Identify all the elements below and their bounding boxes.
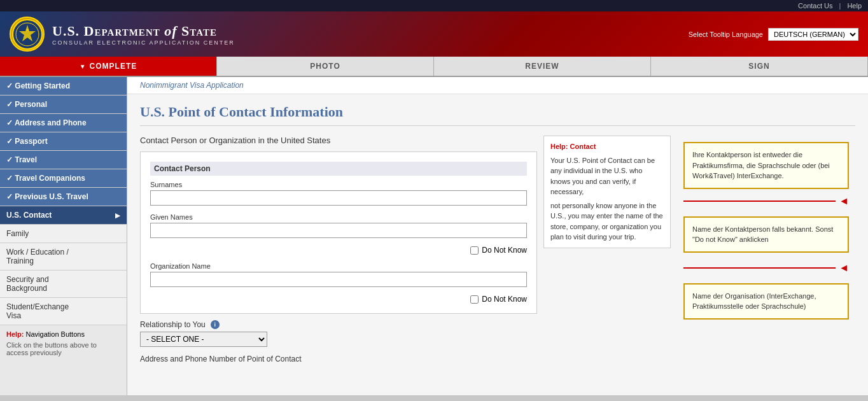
org-name-input[interactable] — [150, 272, 527, 287]
top-bar: Contact Us | Help — [0, 0, 868, 11]
content-row: Contact Person or Organization in the Un… — [140, 136, 855, 363]
do-not-know-1-row: Do Not Know — [150, 246, 527, 255]
do-not-know-2-row: Do Not Know — [150, 295, 527, 304]
form-area: Contact Person or Organization in the Un… — [140, 136, 537, 363]
form-section-title: Contact Person or Organization in the Un… — [140, 136, 537, 145]
sidebar-item-previous-travel[interactable]: ✓ Previous U.S. Travel — [0, 188, 127, 206]
nav-tabs: COMPLETE PHOTO REVIEW SIGN — [0, 57, 868, 77]
help-link[interactable]: Help — [847, 2, 862, 10]
tooltip-box-1: Ihre Kontaktperson ist entweder die Prak… — [683, 142, 849, 189]
arrow-row-2: ◄ — [683, 262, 849, 274]
contact-person-label: Contact Person — [150, 162, 527, 176]
dept-seal: ★ — [10, 17, 45, 52]
header: ★ U.S. Department of State CONSULAR ELEC… — [0, 11, 868, 57]
surnames-input[interactable] — [150, 190, 527, 206]
tab-photo[interactable]: PHOTO — [217, 57, 434, 76]
sidebar-item-us-contact[interactable]: U.S. Contact — [0, 206, 127, 225]
right-panel: Ihre Kontaktperson ist entweder die Prak… — [677, 136, 855, 363]
do-not-know-1-label: Do Not Know — [482, 246, 527, 255]
form-box: Contact Person Surnames Given Names Do N… — [140, 151, 537, 314]
header-left: ★ U.S. Department of State CONSULAR ELEC… — [10, 17, 235, 52]
header-right: Select Tooltip Language DEUTSCH (GERMAN)… — [689, 28, 858, 41]
sidebar-item-travel[interactable]: ✓ Travel — [0, 151, 127, 169]
sidebar-item-security[interactable]: Security andBackground — [0, 271, 127, 298]
sidebar-item-family[interactable]: Family — [0, 225, 127, 243]
sidebar-help-label: Help: — [6, 330, 24, 338]
contact-us-link[interactable]: Contact Us — [798, 2, 832, 10]
sidebar-item-getting-started[interactable]: ✓ Getting Started — [0, 77, 127, 95]
relationship-select[interactable]: - SELECT ONE - Relative Friend Business … — [140, 332, 267, 347]
help-box: Help: Contact Your U.S. Point of Contact… — [543, 136, 671, 248]
org-name-label: Organization Name — [150, 262, 527, 270]
org-name-group: Organization Name — [150, 262, 527, 287]
tooltip-lang-label: Select Tooltip Language — [689, 31, 763, 38]
do-not-know-2-label: Do Not Know — [482, 295, 527, 304]
dept-title: U.S. Department of State CONSULAR ELECTR… — [52, 23, 235, 46]
main-content: Nonimmigrant Visa Application U.S. Point… — [127, 77, 868, 395]
arrow-left-2: ◄ — [839, 262, 849, 274]
relationship-label: Relationship to You — [140, 320, 206, 329]
language-select[interactable]: DEUTSCH (GERMAN) ENGLISH FRANÇAIS (FRENC… — [768, 28, 858, 41]
tab-complete[interactable]: COMPLETE — [0, 57, 217, 76]
breadcrumb: Nonimmigrant Visa Application — [127, 77, 868, 94]
content-area: U.S. Point of Contact Information Contac… — [127, 94, 868, 373]
address-section-title: Address and Phone Number of Point of Con… — [140, 355, 537, 363]
help-text-1: Your U.S. Point of Contact can be any in… — [550, 155, 664, 197]
sidebar-item-work-education[interactable]: Work / Education /Training — [0, 243, 127, 271]
given-names-label: Given Names — [150, 213, 527, 221]
sidebar-help-text: Click on the buttons above to access pre… — [6, 341, 120, 356]
tooltip-box-2: Name der Kontaktperson falls bekannt. So… — [683, 216, 849, 253]
sidebar-item-passport[interactable]: ✓ Passport — [0, 132, 127, 151]
sidebar-help-section: Navigation Buttons — [26, 330, 85, 338]
page-title: U.S. Point of Contact Information — [140, 104, 855, 126]
sidebar-item-address-phone[interactable]: ✓ Address and Phone — [0, 114, 127, 132]
surnames-group: Surnames — [150, 181, 527, 206]
sidebar-item-personal[interactable]: ✓ Personal — [0, 95, 127, 114]
arrow-line-2 — [683, 267, 836, 269]
do-not-know-2-checkbox[interactable] — [470, 295, 479, 304]
dept-subtitle: CONSULAR ELECTRONIC APPLICATION CENTER — [52, 39, 235, 46]
help-panel: Help: Contact Your U.S. Point of Contact… — [543, 136, 671, 363]
arrow-line-1 — [683, 200, 836, 202]
relationship-info-icon[interactable]: i — [211, 320, 220, 329]
given-names-group: Given Names — [150, 213, 527, 238]
arrow-row-1: ◄ — [683, 195, 849, 207]
relationship-section: Relationship to You i - SELECT ONE - Rel… — [140, 320, 537, 347]
sidebar-help: Help: Navigation Buttons Click on the bu… — [0, 325, 127, 362]
help-title: Help: Contact — [550, 143, 596, 150]
sidebar-item-travel-companions[interactable]: ✓ Travel Companions — [0, 169, 127, 188]
main-layout: ✓ Getting Started ✓ Personal ✓ Address a… — [0, 77, 868, 395]
separator: | — [839, 2, 841, 10]
sidebar: ✓ Getting Started ✓ Personal ✓ Address a… — [0, 77, 127, 395]
tab-sign[interactable]: SIGN — [651, 57, 868, 76]
given-names-input[interactable] — [150, 223, 527, 238]
arrow-left-1: ◄ — [839, 195, 849, 207]
sidebar-item-student-exchange[interactable]: Student/ExchangeVisa — [0, 298, 127, 325]
do-not-know-1-checkbox[interactable] — [470, 246, 479, 255]
tooltip-box-3: Name der Organisation (InterExchange, Pr… — [683, 283, 849, 320]
tab-review[interactable]: REVIEW — [434, 57, 651, 76]
help-text-2: not personally know anyone in the U.S., … — [550, 200, 664, 243]
relationship-row: Relationship to You i — [140, 320, 537, 329]
surnames-label: Surnames — [150, 181, 527, 188]
